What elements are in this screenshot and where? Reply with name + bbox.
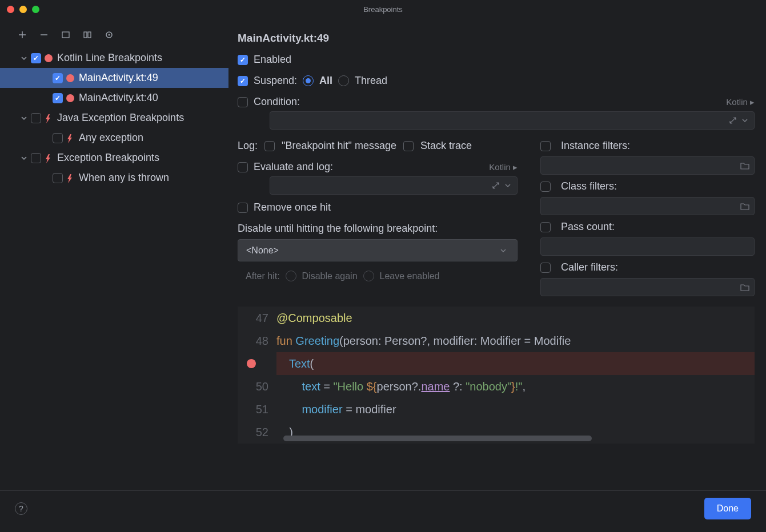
- disable-until-label: Disable until hitting the following brea…: [238, 223, 518, 235]
- code-preview: 47@Composable 48fun Greeting(person: Per…: [238, 307, 755, 444]
- caller-filters-checkbox[interactable]: [540, 263, 551, 273]
- leave-enabled-label: Leave enabled: [380, 271, 440, 281]
- svg-rect-0: [62, 32, 69, 38]
- horizontal-scrollbar[interactable]: [283, 436, 592, 441]
- remove-once-checkbox[interactable]: [238, 203, 248, 213]
- eval-log-language[interactable]: Kotlin ▸: [489, 162, 518, 172]
- group-by-file-icon[interactable]: [82, 30, 93, 40]
- tree-item-label: MainActivity.kt:49: [79, 72, 158, 84]
- instance-filters-checkbox[interactable]: [540, 141, 551, 151]
- suspend-thread-radio[interactable]: [338, 75, 349, 86]
- breakpoint-title: MainActivity.kt:49: [238, 32, 755, 45]
- tree-group-kotlin-line[interactable]: ✓ Kotlin Line Breakpoints: [0, 48, 228, 68]
- tree-item-label: MainActivity.kt:40: [79, 92, 158, 104]
- exception-bolt-icon: [66, 174, 74, 182]
- folder-icon[interactable]: [740, 283, 749, 292]
- breakpoint-gutter[interactable]: [238, 352, 276, 375]
- log-bp-hit-checkbox[interactable]: [264, 141, 275, 151]
- pass-count-checkbox[interactable]: [540, 222, 551, 232]
- caller-filters-input[interactable]: [540, 278, 755, 296]
- expand-icon[interactable]: [492, 182, 500, 190]
- tree-item-when-thrown[interactable]: When any is thrown: [0, 168, 228, 188]
- condition-language[interactable]: Kotlin ▸: [726, 97, 755, 107]
- checkbox-checked[interactable]: ✓: [53, 73, 63, 83]
- remove-icon[interactable]: [39, 30, 49, 40]
- eval-log-checkbox[interactable]: [238, 162, 248, 172]
- condition-checkbox[interactable]: [238, 97, 248, 107]
- class-filters-checkbox[interactable]: [540, 182, 551, 192]
- chevron-down-icon: [500, 247, 507, 254]
- disable-until-select[interactable]: <None>: [238, 239, 518, 261]
- eval-log-label: Evaluate and log:: [254, 161, 333, 173]
- after-hit-label: After hit:: [246, 271, 280, 281]
- log-label: Log:: [238, 140, 258, 152]
- stack-trace-label: Stack trace: [420, 140, 472, 152]
- instance-filters-input[interactable]: [540, 156, 755, 175]
- select-value: <None>: [246, 245, 279, 256]
- pass-count-label: Pass count:: [561, 221, 615, 233]
- tree-item-mainactivity-49[interactable]: ✓ MainActivity.kt:49: [0, 68, 228, 88]
- chevron-down-icon: [21, 115, 27, 122]
- tree-group-java-exception[interactable]: Java Exception Breakpoints: [0, 108, 228, 128]
- suspend-checkbox[interactable]: ✓: [238, 76, 248, 86]
- exception-bolt-icon: [45, 154, 53, 162]
- suspend-all-label: All: [319, 75, 332, 87]
- chevron-down-icon[interactable]: [741, 117, 748, 124]
- tree-item-mainactivity-40[interactable]: ✓ MainActivity.kt:40: [0, 88, 228, 108]
- detail-panel: MainActivity.kt:49 ✓ Enabled ✓ Suspend: …: [228, 19, 766, 490]
- minimize-window-button[interactable]: [19, 6, 27, 13]
- pass-count-input[interactable]: [540, 237, 755, 256]
- stack-trace-checkbox[interactable]: [403, 141, 414, 151]
- folder-icon[interactable]: [740, 201, 749, 211]
- line-number: 47: [238, 307, 276, 329]
- class-filters-label: Class filters:: [561, 180, 617, 192]
- expand-icon[interactable]: [729, 116, 737, 124]
- log-bp-hit-label: "Breakpoint hit" message: [282, 140, 396, 152]
- tree-item-any-exception[interactable]: Any exception: [0, 128, 228, 148]
- svg-rect-2: [88, 32, 91, 38]
- tree-group-exception[interactable]: Exception Breakpoints: [0, 148, 228, 168]
- breakpoint-tree: ✓ Kotlin Line Breakpoints ✓ MainActivity…: [0, 48, 228, 188]
- folder-icon[interactable]: [740, 161, 749, 170]
- leave-enabled-radio: [363, 271, 374, 281]
- class-filters-input[interactable]: [540, 197, 755, 215]
- enabled-label: Enabled: [254, 54, 291, 66]
- remove-once-label: Remove once hit: [254, 201, 331, 213]
- checkbox-unchecked[interactable]: [53, 173, 63, 183]
- breakpoint-list-panel: ✓ Kotlin Line Breakpoints ✓ MainActivity…: [0, 19, 228, 490]
- svg-point-4: [109, 34, 110, 36]
- tree-item-label: When any is thrown: [79, 172, 169, 184]
- list-toolbar: [0, 26, 228, 48]
- condition-input[interactable]: [270, 111, 755, 130]
- group-by-package-icon[interactable]: [61, 30, 71, 40]
- breakpoint-dot-icon: [66, 94, 74, 102]
- checkbox-checked[interactable]: ✓: [53, 93, 63, 103]
- eval-log-input[interactable]: [270, 176, 518, 195]
- view-breakpoints-icon[interactable]: [104, 30, 114, 40]
- titlebar: Breakpoints: [0, 0, 766, 19]
- suspend-all-radio[interactable]: [303, 75, 314, 86]
- checkbox-unchecked[interactable]: [31, 153, 41, 163]
- tree-group-label: Exception Breakpoints: [57, 152, 159, 164]
- checkbox-unchecked[interactable]: [31, 113, 41, 123]
- checkbox-checked[interactable]: ✓: [31, 53, 41, 63]
- tree-group-label: Kotlin Line Breakpoints: [57, 52, 162, 64]
- enabled-checkbox[interactable]: ✓: [238, 55, 248, 65]
- traffic-lights: [7, 6, 39, 13]
- done-button[interactable]: Done: [704, 498, 751, 519]
- close-window-button[interactable]: [7, 6, 14, 13]
- line-number: 50: [238, 375, 276, 398]
- chevron-down-icon[interactable]: [504, 182, 511, 189]
- zoom-window-button[interactable]: [32, 6, 39, 13]
- line-number: 48: [238, 329, 276, 352]
- disable-again-label: Disable again: [302, 271, 358, 281]
- caller-filters-label: Caller filters:: [561, 261, 618, 273]
- window-title: Breakpoints: [363, 5, 403, 14]
- dialog-footer: ? Done: [0, 490, 766, 526]
- suspend-thread-label: Thread: [355, 75, 387, 87]
- chevron-down-icon: [21, 55, 27, 62]
- checkbox-unchecked[interactable]: [53, 133, 63, 143]
- help-button[interactable]: ?: [15, 502, 27, 515]
- condition-label: Condition:: [254, 96, 300, 108]
- add-icon[interactable]: [17, 30, 27, 40]
